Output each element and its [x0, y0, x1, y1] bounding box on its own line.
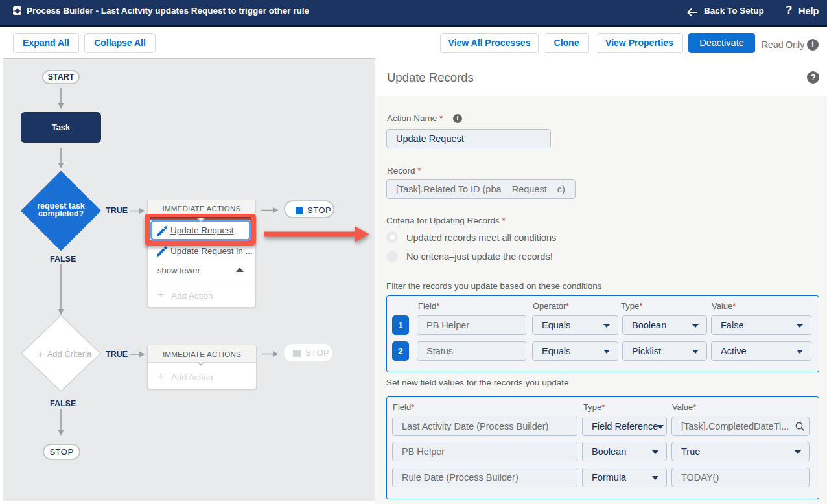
svg-text:completed?: completed? — [38, 209, 84, 218]
svg-text:+: + — [37, 349, 43, 360]
svg-text:Add Criteria: Add Criteria — [47, 349, 92, 359]
